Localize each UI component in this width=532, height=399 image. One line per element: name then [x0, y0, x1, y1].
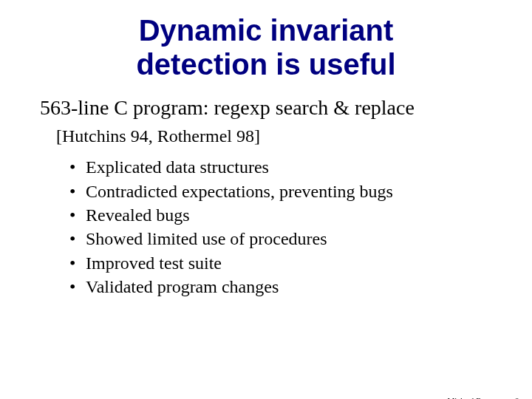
- list-item: Contradicted expectations, preventing bu…: [69, 180, 492, 203]
- list-item: Revealed bugs: [69, 203, 492, 227]
- footer-page-label: page: [497, 396, 513, 399]
- list-item: Explicated data structures: [69, 155, 492, 179]
- subtitle: 563-line C program: regexp search & repl…: [40, 95, 492, 120]
- list-item: Showed limited use of procedures: [69, 227, 492, 250]
- bullet-list: Explicated data structures Contradicted …: [69, 155, 492, 299]
- footer-author: Michael Ernst: [447, 396, 493, 399]
- slide-title: Dynamic invariant detection is useful: [30, 13, 502, 81]
- title-line-1: Dynamic invariant: [139, 14, 394, 47]
- footer-page-number: 6: [515, 396, 519, 399]
- footer: Michael Ernst, page 6: [447, 396, 519, 399]
- slide-body: 563-line C program: regexp search & repl…: [0, 95, 532, 299]
- citation: [Hutchins 94, Rothermel 98]: [56, 125, 492, 148]
- list-item: Validated program changes: [69, 275, 492, 299]
- list-item: Improved test suite: [69, 251, 492, 275]
- title-line-2: detection is useful: [136, 48, 395, 81]
- slide: Dynamic invariant detection is useful 56…: [0, 13, 532, 399]
